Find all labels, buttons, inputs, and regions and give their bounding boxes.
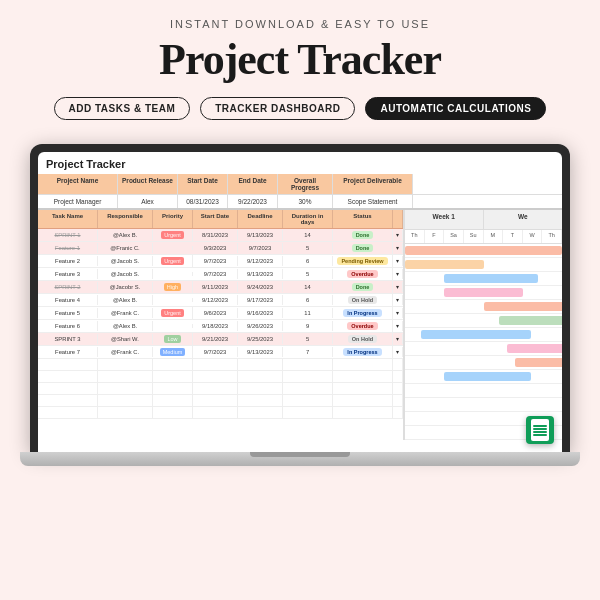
pi-header-4: Overall Progress <box>278 174 333 194</box>
main-title: Project Tracker <box>159 34 441 85</box>
pi-val-2: 08/31/2023 <box>178 195 228 208</box>
task-duration-4: 14 <box>283 282 333 292</box>
task-chevron-4[interactable]: ▾ <box>393 282 403 292</box>
gantt-day-2: Sa <box>444 230 464 243</box>
task-deadline-0: 9/13/2023 <box>238 230 283 240</box>
th-6: Status <box>333 210 393 228</box>
gantt-bar-row-1 <box>405 258 562 272</box>
laptop-base-notch <box>250 452 350 457</box>
task-chevron-9[interactable]: ▾ <box>393 347 403 357</box>
task-deadline-3: 9/13/2023 <box>238 269 283 279</box>
gantt-bar-4 <box>484 302 563 311</box>
task-deadline-5: 9/17/2023 <box>238 295 283 305</box>
task-deadline-1: 9/7/2023 <box>238 243 283 253</box>
task-start-7: 9/18/2023 <box>193 321 238 331</box>
task-priority-0: Urgent <box>153 229 193 241</box>
gantt-bar-0 <box>405 246 562 255</box>
gantt-day-7: Th <box>542 230 562 243</box>
gantt-empty-row-1 <box>405 398 562 412</box>
gantt-bar-2 <box>444 274 538 283</box>
task-priority-3 <box>153 272 193 276</box>
task-responsible-3: @Jacob S. <box>98 269 153 279</box>
badge-tracker-dashboard[interactable]: TRACKER DASHBOARD <box>200 97 355 120</box>
badge-add-tasks[interactable]: ADD TASKS & TEAM <box>54 97 191 120</box>
gantt-chart: Week 1 We Th F Sa Su M T W Th <box>403 210 562 440</box>
task-table: Task Name Responsible Priority Start Dat… <box>38 210 403 440</box>
gantt-bar-8 <box>515 358 562 367</box>
th-3: Start Date <box>193 210 238 228</box>
badge-auto-calc[interactable]: AUTOMATIC CALCULATIONS <box>365 97 546 120</box>
task-header-row: Task Name Responsible Priority Start Dat… <box>38 210 403 229</box>
laptop-screen-outer: Project Tracker Project Name Product Rel… <box>30 144 570 452</box>
gantt-bar-3 <box>444 288 523 297</box>
gantt-bar-row-5 <box>405 314 562 328</box>
pi-header-2: Start Date <box>178 174 228 194</box>
empty-row-3 <box>38 383 403 395</box>
content-area: Task Name Responsible Priority Start Dat… <box>38 210 562 440</box>
task-status-2: Pending Review <box>333 255 393 267</box>
task-priority-5 <box>153 298 193 302</box>
task-status-7: Overdue <box>333 320 393 332</box>
gantt-week2-label: We <box>484 210 563 229</box>
gantt-day-4: M <box>484 230 504 243</box>
task-row-3: Feature 3 @Jacob S. 9/7/2023 9/13/2023 5… <box>38 268 403 281</box>
task-chevron-1[interactable]: ▾ <box>393 243 403 253</box>
laptop-mockup: Project Tracker Project Name Product Rel… <box>20 144 580 466</box>
task-chevron-3[interactable]: ▾ <box>393 269 403 279</box>
header: INSTANT DOWNLOAD & EASY TO USE Project T… <box>0 0 600 144</box>
task-chevron-0[interactable]: ▾ <box>393 230 403 240</box>
task-row-4: SPRINT-2 @Jacobr S. High 9/11/2023 9/24/… <box>38 281 403 294</box>
empty-row-4 <box>38 395 403 407</box>
task-responsible-9: @Frank C. <box>98 347 153 357</box>
task-start-8: 9/21/2023 <box>193 334 238 344</box>
task-chevron-5[interactable]: ▾ <box>393 295 403 305</box>
gantt-bar-row-0 <box>405 244 562 258</box>
task-priority-7 <box>153 324 193 328</box>
task-duration-8: 5 <box>283 334 333 344</box>
task-chevron-6[interactable]: ▾ <box>393 308 403 318</box>
gantt-bar-7 <box>507 344 562 353</box>
task-chevron-2[interactable]: ▾ <box>393 256 403 266</box>
task-duration-5: 6 <box>283 295 333 305</box>
task-priority-9: Medium <box>153 346 193 358</box>
pi-header-5: Project Deliverable <box>333 174 413 194</box>
task-status-1: Done <box>333 242 393 254</box>
task-deadline-2: 9/12/2023 <box>238 256 283 266</box>
task-duration-3: 5 <box>283 269 333 279</box>
project-info-value-row: Project Manager Alex 08/31/2023 9/22/202… <box>38 195 562 210</box>
task-responsible-5: @Alex B. <box>98 295 153 305</box>
gantt-day-3: Su <box>464 230 484 243</box>
gantt-bar-row-2 <box>405 272 562 286</box>
task-row-5: Feature 4 @Alex B. 9/12/2023 9/17/2023 6… <box>38 294 403 307</box>
task-start-5: 9/12/2023 <box>193 295 238 305</box>
empty-row-5 <box>38 407 403 419</box>
pi-val-3: 9/22/2023 <box>228 195 278 208</box>
task-responsible-1: @Franic C. <box>98 243 153 253</box>
task-priority-2: Urgent <box>153 255 193 267</box>
task-responsible-2: @Jacob S. <box>98 256 153 266</box>
task-duration-9: 7 <box>283 347 333 357</box>
gs-inner <box>531 419 549 441</box>
task-name-5: Feature 4 <box>38 295 98 305</box>
task-responsible-7: @Alex B. <box>98 321 153 331</box>
pi-header-3: End Date <box>228 174 278 194</box>
task-start-3: 9/7/2023 <box>193 269 238 279</box>
task-name-3: Feature 3 <box>38 269 98 279</box>
task-name-1: Feature-1 <box>38 243 98 253</box>
gantt-day-1: F <box>425 230 445 243</box>
gantt-bars-container <box>405 244 562 440</box>
task-status-6: In Progress <box>333 307 393 319</box>
gantt-bar-row-7 <box>405 342 562 356</box>
pi-val-4: 30% <box>278 195 333 208</box>
gantt-day-6: W <box>523 230 543 243</box>
task-chevron-8[interactable]: ▾ <box>393 334 403 344</box>
task-status-5: On Hold <box>333 294 393 306</box>
project-info-header-row: Project Name Product Release Start Date … <box>38 174 562 195</box>
gantt-header: Week 1 We <box>405 210 562 230</box>
empty-row-1 <box>38 359 403 371</box>
task-row-9: Feature 7 @Frank C. Medium 9/7/2023 9/13… <box>38 346 403 359</box>
task-name-2: Feature 2 <box>38 256 98 266</box>
th-4: Deadline <box>238 210 283 228</box>
google-sheets-icon <box>526 416 554 444</box>
task-chevron-7[interactable]: ▾ <box>393 321 403 331</box>
